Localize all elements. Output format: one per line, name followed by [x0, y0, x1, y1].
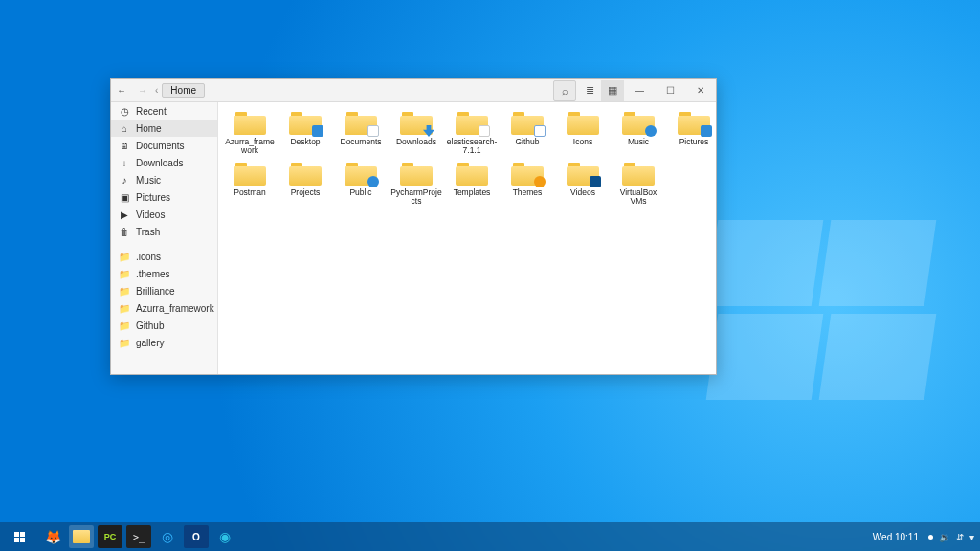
list-icon: ≣ [586, 84, 594, 97]
folder-icon: 📁 [119, 251, 130, 262]
sidebar-item-videos[interactable]: ▶Videos [111, 206, 217, 223]
sidebar-item--icons[interactable]: 📁.icons [111, 248, 217, 265]
system-tray[interactable]: Wed 10:11 🔉 ⇵ ▾ [873, 532, 974, 542]
path-separator: ‹ [153, 85, 160, 96]
folder-item[interactable]: Public [335, 161, 387, 206]
sidebar-item-label: Documents [136, 141, 185, 151]
sidebar-item--themes[interactable]: 📁.themes [111, 265, 217, 282]
sidebar-item-label: Github [136, 320, 164, 331]
folder-badge-icon [534, 176, 546, 187]
folder-label: Azurra_framework [224, 138, 276, 155]
folder-label: Themes [513, 188, 543, 197]
folder-badge-icon [701, 125, 712, 137]
taskbar-app-terminal[interactable]: >_ [126, 525, 151, 548]
music-icon: ♪ [119, 174, 130, 186]
sidebar-item-brilliance[interactable]: 📁Brilliance [111, 282, 217, 299]
sidebar-item-label: gallery [136, 338, 164, 348]
window-maximize-button[interactable]: ☐ [655, 80, 685, 101]
nav-forward-button[interactable]: → [132, 80, 153, 101]
folder-label: Github [515, 138, 539, 146]
folder-label: elasticsearch-7.1.1 [446, 138, 498, 155]
tray-network-icon[interactable]: ⇵ [956, 532, 964, 542]
wallpaper-windows-logo [712, 220, 942, 450]
view-grid-button[interactable]: ▦ [601, 80, 624, 101]
titlebar: ← → ‹ Home ⌕ ≣ ▦ — ☐ ✕ [111, 79, 716, 102]
folder-label: Public [349, 188, 371, 197]
folder-badge-icon [479, 125, 490, 137]
folder-item[interactable]: Desktop [279, 110, 331, 155]
tray-sound-icon[interactable]: 🔉 [939, 532, 950, 542]
taskbar-app-pycharm[interactable]: PC [98, 525, 122, 548]
folder-item[interactable]: Themes [501, 161, 553, 206]
sidebar-item-github[interactable]: 📁Github [111, 317, 217, 334]
sidebar-item-label: Music [136, 175, 161, 186]
folder-icon [511, 110, 544, 135]
nav-back-button[interactable]: ← [111, 80, 132, 101]
folder-icon [289, 161, 322, 186]
folder-item[interactable]: Documents [335, 110, 387, 155]
folder-badge-icon [312, 125, 323, 137]
search-button[interactable]: ⌕ [553, 80, 576, 101]
sidebar-item-downloads[interactable]: ↓Downloads [111, 154, 217, 171]
folder-label: Projects [291, 188, 321, 197]
taskbar-app-firefox[interactable]: 🦊 [40, 525, 65, 548]
folder-label: Postman [234, 188, 266, 197]
sidebar-item-azurra-framework[interactable]: 📁Azurra_framework [111, 299, 217, 317]
breadcrumb-home[interactable]: Home [162, 83, 205, 98]
taskbar-app-ring[interactable]: ◎ [155, 525, 180, 548]
sidebar-item-gallery[interactable]: 📁gallery [111, 334, 217, 351]
start-button[interactable] [6, 525, 33, 548]
folder-item[interactable]: Videos [557, 161, 609, 206]
view-list-button[interactable]: ≣ [578, 80, 601, 101]
folder-item[interactable]: Github [501, 110, 553, 155]
trash-icon: 🗑 [119, 226, 130, 237]
file-manager-window: ← → ‹ Home ⌕ ≣ ▦ — ☐ ✕ ◷Recent⌂Home🗎Docu… [110, 78, 717, 375]
window-minimize-button[interactable]: — [624, 80, 655, 101]
folder-icon [234, 161, 266, 186]
window-close-button[interactable]: ✕ [685, 80, 716, 101]
folder-badge-icon [423, 125, 434, 137]
sidebar-item-label: .icons [136, 252, 161, 262]
folder-icon: 📁 [119, 337, 130, 348]
sidebar-item-music[interactable]: ♪Music [111, 171, 217, 188]
folder-label: Pictures [679, 138, 709, 146]
folder-label: Downloads [396, 138, 436, 146]
sidebar-item-recent[interactable]: ◷Recent [111, 102, 217, 120]
folder-item[interactable]: Pictures [668, 110, 716, 155]
folder-item[interactable]: Projects [279, 161, 331, 206]
folder-icon: 📁 [119, 302, 130, 314]
document-icon: 🗎 [119, 140, 130, 151]
tray-power-icon[interactable]: ▾ [969, 532, 974, 542]
home-icon: ⌂ [119, 122, 130, 134]
folder-item[interactable]: Postman [224, 161, 276, 206]
folder-item[interactable]: Downloads [390, 110, 442, 155]
taskbar-app-area: 🦊PC>_◎O◉ [40, 525, 237, 548]
taskbar-app-files[interactable] [69, 525, 94, 548]
folder-item[interactable]: elasticsearch-7.1.1 [446, 110, 498, 155]
folder-icon [567, 110, 599, 135]
sidebar-item-home[interactable]: ⌂Home [111, 120, 217, 137]
sidebar-item-documents[interactable]: 🗎Documents [111, 137, 217, 154]
swirl-icon: ◉ [219, 529, 231, 544]
sidebar-item-label: Home [136, 123, 162, 134]
sidebar: ◷Recent⌂Home🗎Documents↓Downloads♪Music▣P… [111, 102, 218, 374]
sidebar-item-pictures[interactable]: ▣Pictures [111, 188, 217, 206]
folder-item[interactable]: PycharmProjects [390, 161, 442, 206]
sidebar-item-trash[interactable]: 🗑Trash [111, 223, 217, 240]
arrow-left-icon: ← [117, 85, 126, 96]
folder-item[interactable]: VirtualBox VMs [612, 161, 664, 206]
taskbar-app-outlook[interactable]: O [184, 525, 209, 548]
file-grid-area[interactable]: Azurra_frameworkDesktopDocumentsDownload… [218, 102, 716, 374]
sidebar-item-label: Recent [136, 106, 167, 117]
taskbar-app-swirl[interactable]: ◉ [212, 525, 237, 548]
folder-item[interactable]: Music [612, 110, 664, 155]
folder-item[interactable]: Icons [557, 110, 609, 155]
folder-badge-icon [368, 176, 379, 187]
taskbar: 🦊PC>_◎O◉ Wed 10:11 🔉 ⇵ ▾ [0, 522, 980, 551]
clock-label[interactable]: Wed 10:11 [873, 532, 919, 542]
folder-label: Desktop [290, 138, 320, 146]
folder-icon [400, 161, 433, 186]
folder-item[interactable]: Templates [446, 161, 498, 206]
sidebar-item-label: Trash [136, 227, 160, 237]
folder-item[interactable]: Azurra_framework [224, 110, 276, 155]
